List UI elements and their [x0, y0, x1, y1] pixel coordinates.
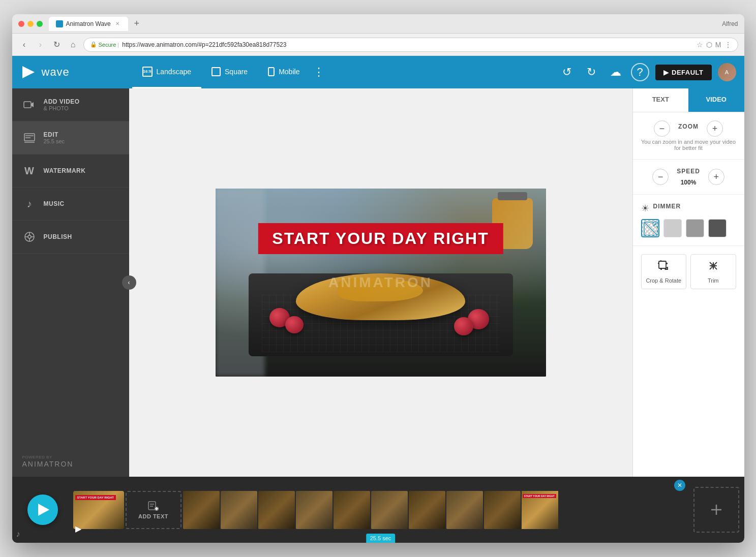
tab-landscape-label: Landscape	[157, 68, 192, 76]
timeline-thumb-first[interactable]: START YOUR DAY RIGHT	[73, 491, 124, 529]
film-frame-last: START YOUR DAY RIGHT	[522, 491, 558, 529]
zoom-section: − ZOOM + You can zoom in and move your v…	[633, 112, 744, 160]
crop-rotate-button[interactable]: Crop & Rotate	[641, 254, 687, 289]
extensions-icon[interactable]: ⬡	[706, 41, 712, 49]
help-button[interactable]: ?	[631, 63, 649, 81]
swatch-mid-gray[interactable]	[686, 219, 704, 237]
sidebar-item-edit[interactable]: EDIT 25.5 sec	[12, 121, 129, 154]
svg-rect-1	[24, 102, 31, 108]
trim-icon	[707, 260, 719, 274]
video-canvas[interactable]: START YOUR DAY RIGHT ANIMATRON	[216, 189, 546, 377]
close-traffic-light[interactable]	[18, 21, 24, 27]
reload-button[interactable]: ↻	[51, 39, 63, 51]
thumb-overlay-text: START YOUR DAY RIGHT	[75, 495, 116, 500]
add-segment-icon	[709, 503, 723, 517]
svg-rect-23	[148, 502, 156, 510]
film-frame-4	[296, 491, 332, 529]
play-indicator-icon: ▶	[75, 524, 81, 534]
maximize-traffic-light[interactable]	[37, 21, 43, 27]
play-icon-small: ▶	[663, 69, 669, 76]
svg-line-22	[715, 267, 717, 269]
tab-close-button[interactable]: ✕	[114, 20, 121, 27]
add-video-icon	[22, 98, 37, 112]
trim-label: Trim	[708, 277, 719, 284]
bookmark-icon[interactable]: ☆	[697, 41, 703, 49]
tab-square[interactable]: Square	[201, 56, 258, 88]
food-tray	[249, 253, 513, 357]
dimmer-row: ☀ DIMMER	[641, 203, 736, 214]
right-panel: TEXT VIDEO − ZOOM + You can zoom in and …	[632, 88, 744, 477]
default-button[interactable]: ▶ DEFAULT	[655, 65, 712, 80]
sidebar-item-music[interactable]: ♪ MUSIC	[12, 188, 129, 221]
add-text-block[interactable]: ADD TEXT	[126, 491, 182, 529]
save-cloud-button[interactable]: ☁	[607, 63, 625, 81]
svg-rect-2	[24, 134, 35, 141]
tab-mobile[interactable]: Mobile	[258, 56, 310, 88]
address-bar[interactable]: 🔒 Secure | https://wave.animatron.com/#p…	[83, 38, 738, 52]
tab-text[interactable]: TEXT	[633, 88, 689, 112]
header-tabs: 16:9 Landscape Square Mobile ⋮	[132, 56, 558, 88]
overlay-text-content: START YOUR DAY RIGHT	[272, 229, 489, 247]
logo-area: wave	[20, 64, 132, 80]
logo-text: wave	[42, 66, 70, 79]
user-avatar[interactable]: A	[718, 63, 736, 81]
sidebar-collapse-button[interactable]: ‹	[122, 275, 136, 290]
transparent-icon	[642, 220, 659, 237]
traffic-lights	[18, 21, 43, 27]
speed-title: SPEED	[677, 168, 700, 175]
lock-icon: 🔒	[90, 41, 97, 48]
timeline-close-button[interactable]: ✕	[674, 480, 685, 491]
color-swatches	[641, 219, 736, 237]
swatch-dark-gray[interactable]	[708, 219, 727, 237]
berry-4	[454, 317, 473, 335]
text-overlay[interactable]: START YOUR DAY RIGHT	[258, 223, 503, 254]
sidebar-item-publish[interactable]: PUBLISH	[12, 221, 129, 254]
home-button[interactable]: ⌂	[67, 39, 79, 51]
add-photo-sublabel: & PHOTO	[44, 105, 80, 111]
speed-minus-button[interactable]: −	[652, 169, 669, 185]
zoom-plus-button[interactable]: +	[707, 120, 723, 137]
play-button[interactable]	[27, 494, 58, 525]
dimmer-icon: ☀	[641, 203, 649, 214]
sidebar-item-watermark[interactable]: W WATERMARK	[12, 154, 129, 188]
tab-video[interactable]: VIDEO	[688, 88, 744, 112]
app-container: wave 16:9 Landscape Square Mobile ⋮	[12, 56, 744, 543]
address-icons: ☆ ⬡ M ⋮	[697, 41, 732, 49]
dimmer-section: ☀ DIMMER	[633, 195, 744, 246]
film-frame-3	[258, 491, 295, 529]
swatch-light-gray[interactable]	[663, 219, 682, 237]
redo-button[interactable]: ↻	[582, 63, 600, 81]
film-frame-5	[334, 491, 370, 529]
powered-by-area: POWERED BY ANIMATRON	[12, 447, 129, 477]
svg-rect-15	[659, 261, 666, 268]
zoom-minus-button[interactable]: −	[654, 120, 670, 137]
tab-area: Animatron Wave ✕ +	[49, 17, 722, 31]
svg-point-14	[653, 222, 658, 227]
zoom-title: ZOOM	[678, 123, 699, 130]
zoom-controls: − ZOOM +	[641, 120, 736, 137]
menu-icon[interactable]: ⋮	[724, 41, 732, 49]
new-tab-button[interactable]: +	[130, 17, 143, 30]
add-video-label: ADD VIDEO	[44, 98, 80, 105]
forward-button[interactable]: ›	[35, 39, 47, 51]
action-buttons: Crop & Rotate	[633, 246, 744, 297]
browser-tab[interactable]: Animatron Wave ✕	[49, 17, 128, 31]
svg-marker-0	[22, 66, 35, 78]
back-button[interactable]: ‹	[18, 39, 31, 51]
sidebar-item-add-video[interactable]: ADD VIDEO & PHOTO	[12, 88, 129, 121]
animatron-brand: ANIMATRON	[22, 460, 74, 468]
edit-label: EDIT	[44, 131, 65, 138]
trim-button[interactable]: Trim	[690, 254, 736, 289]
svg-rect-12	[642, 220, 659, 237]
more-options-button[interactable]: ⋮	[310, 63, 328, 81]
film-frame-9	[484, 491, 521, 529]
add-segment-button[interactable]	[693, 487, 739, 533]
profile-icon[interactable]: M	[715, 41, 721, 49]
undo-button[interactable]: ↺	[558, 63, 576, 81]
publish-label: PUBLISH	[44, 233, 72, 240]
powered-by-text: POWERED BY	[22, 455, 119, 459]
tab-landscape[interactable]: 16:9 Landscape	[132, 56, 202, 88]
speed-plus-button[interactable]: +	[708, 169, 724, 185]
minimize-traffic-light[interactable]	[27, 21, 34, 27]
swatch-transparent[interactable]	[641, 219, 659, 237]
